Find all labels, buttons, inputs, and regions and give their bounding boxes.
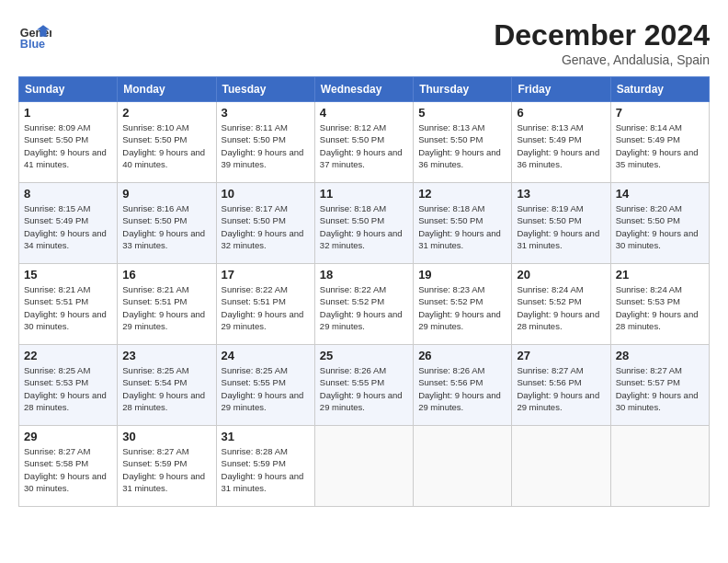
logo-icon: General Blue xyxy=(18,18,51,52)
col-thursday: Thursday xyxy=(414,77,512,102)
day-25: 25 Sunrise: 8:26 AM Sunset: 5:55 PM Dayl… xyxy=(314,345,413,426)
empty-cell-3 xyxy=(512,426,610,507)
day-22: 22 Sunrise: 8:25 AM Sunset: 5:53 PM Dayl… xyxy=(19,345,118,426)
day-23: 23 Sunrise: 8:25 AM Sunset: 5:54 PM Dayl… xyxy=(118,345,216,426)
col-monday: Monday xyxy=(118,77,216,102)
empty-cell-4 xyxy=(610,426,709,507)
day-31: 31 Sunrise: 8:28 AM Sunset: 5:59 PM Dayl… xyxy=(216,426,314,507)
calendar-week-3: 15 Sunrise: 8:21 AM Sunset: 5:51 PM Dayl… xyxy=(19,264,710,345)
day-1: 1 Sunrise: 8:09 AM Sunset: 5:50 PM Dayli… xyxy=(19,102,118,183)
day-16: 16 Sunrise: 8:21 AM Sunset: 5:51 PM Dayl… xyxy=(118,264,216,345)
calendar-week-2: 8 Sunrise: 8:15 AM Sunset: 5:49 PM Dayli… xyxy=(19,183,710,264)
day-20: 20 Sunrise: 8:24 AM Sunset: 5:52 PM Dayl… xyxy=(512,264,610,345)
month-title: December 2024 xyxy=(494,18,710,52)
calendar-header-row: Sunday Monday Tuesday Wednesday Thursday… xyxy=(19,77,710,102)
day-21: 21 Sunrise: 8:24 AM Sunset: 5:53 PM Dayl… xyxy=(610,264,709,345)
svg-text:Blue: Blue xyxy=(20,38,45,51)
day-27: 27 Sunrise: 8:27 AM Sunset: 5:56 PM Dayl… xyxy=(512,345,610,426)
calendar-week-1: 1 Sunrise: 8:09 AM Sunset: 5:50 PM Dayli… xyxy=(19,102,710,183)
day-2: 2 Sunrise: 8:10 AM Sunset: 5:50 PM Dayli… xyxy=(118,102,216,183)
empty-cell-1 xyxy=(314,426,413,507)
day-10: 10 Sunrise: 8:17 AM Sunset: 5:50 PM Dayl… xyxy=(216,183,314,264)
day-11: 11 Sunrise: 8:18 AM Sunset: 5:50 PM Dayl… xyxy=(314,183,413,264)
day-26: 26 Sunrise: 8:26 AM Sunset: 5:56 PM Dayl… xyxy=(414,345,512,426)
calendar-week-5: 29 Sunrise: 8:27 AM Sunset: 5:58 PM Dayl… xyxy=(19,426,710,507)
day-4: 4 Sunrise: 8:12 AM Sunset: 5:50 PM Dayli… xyxy=(314,102,413,183)
day-29: 29 Sunrise: 8:27 AM Sunset: 5:58 PM Dayl… xyxy=(19,426,118,507)
col-sunday: Sunday xyxy=(19,77,118,102)
location-subtitle: Genave, Andalusia, Spain xyxy=(494,52,710,67)
day-13: 13 Sunrise: 8:19 AM Sunset: 5:50 PM Dayl… xyxy=(512,183,610,264)
col-tuesday: Tuesday xyxy=(216,77,314,102)
empty-cell-2 xyxy=(414,426,512,507)
day-15: 15 Sunrise: 8:21 AM Sunset: 5:51 PM Dayl… xyxy=(19,264,118,345)
col-wednesday: Wednesday xyxy=(314,77,413,102)
day-28: 28 Sunrise: 8:27 AM Sunset: 5:57 PM Dayl… xyxy=(610,345,709,426)
title-block: December 2024 Genave, Andalusia, Spain xyxy=(494,18,710,67)
col-friday: Friday xyxy=(512,77,610,102)
logo: General Blue xyxy=(18,18,51,52)
day-7: 7 Sunrise: 8:14 AM Sunset: 5:49 PM Dayli… xyxy=(610,102,709,183)
day-9: 9 Sunrise: 8:16 AM Sunset: 5:50 PM Dayli… xyxy=(118,183,216,264)
calendar-week-4: 22 Sunrise: 8:25 AM Sunset: 5:53 PM Dayl… xyxy=(19,345,710,426)
day-8: 8 Sunrise: 8:15 AM Sunset: 5:49 PM Dayli… xyxy=(19,183,118,264)
day-24: 24 Sunrise: 8:25 AM Sunset: 5:55 PM Dayl… xyxy=(216,345,314,426)
day-5: 5 Sunrise: 8:13 AM Sunset: 5:50 PM Dayli… xyxy=(414,102,512,183)
day-17: 17 Sunrise: 8:22 AM Sunset: 5:51 PM Dayl… xyxy=(216,264,314,345)
col-saturday: Saturday xyxy=(610,77,709,102)
day-18: 18 Sunrise: 8:22 AM Sunset: 5:52 PM Dayl… xyxy=(314,264,413,345)
day-3: 3 Sunrise: 8:11 AM Sunset: 5:50 PM Dayli… xyxy=(216,102,314,183)
day-14: 14 Sunrise: 8:20 AM Sunset: 5:50 PM Dayl… xyxy=(610,183,709,264)
day-19: 19 Sunrise: 8:23 AM Sunset: 5:52 PM Dayl… xyxy=(414,264,512,345)
calendar-table: Sunday Monday Tuesday Wednesday Thursday… xyxy=(18,76,710,507)
page-header: General Blue December 2024 Genave, Andal… xyxy=(18,18,710,67)
day-6: 6 Sunrise: 8:13 AM Sunset: 5:49 PM Dayli… xyxy=(512,102,610,183)
day-12: 12 Sunrise: 8:18 AM Sunset: 5:50 PM Dayl… xyxy=(414,183,512,264)
day-30: 30 Sunrise: 8:27 AM Sunset: 5:59 PM Dayl… xyxy=(118,426,216,507)
